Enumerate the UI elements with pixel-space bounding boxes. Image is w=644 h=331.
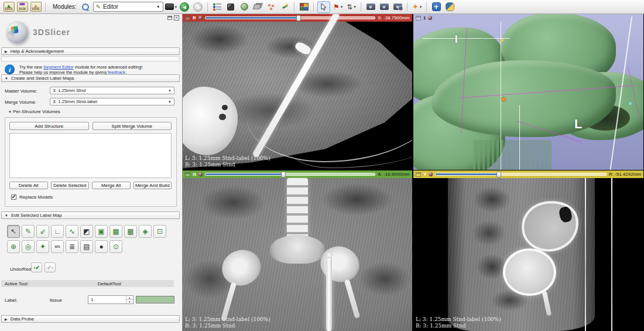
spin-up-icon[interactable]: ▲: [126, 296, 133, 300]
place-flag-icon: ⚑: [333, 4, 340, 11]
red-slice-image[interactable]: L: 3: 1.25mm Stnd-label (100%) B: 3: 1.2…: [183, 22, 412, 170]
replace-models-checkbox[interactable]: ✔: [11, 194, 16, 200]
dicom-button[interactable]: DCM: [16, 1, 28, 13]
python-icon: [446, 2, 454, 11]
yellow-slice-image[interactable]: L: 3: 1.25mm Stnd-label (100%) B: 3: 1.2…: [413, 178, 643, 331]
save-button[interactable]: SAVE: [30, 1, 42, 13]
paint-effect-button[interactable]: ✎: [22, 225, 35, 238]
merge-and-build-button[interactable]: Merge And Build: [133, 182, 172, 189]
delete-selected-button[interactable]: Delete Selected: [51, 182, 90, 189]
slider-handle[interactable]: [496, 172, 501, 178]
rectangle-effect-button[interactable]: ▣: [95, 225, 108, 238]
layout-selector-button[interactable]: [298, 1, 310, 13]
default-tool-button[interactable]: ↖: [7, 225, 20, 238]
info-text: Try the new Segment Editor module for mo…: [19, 64, 142, 75]
slider-fill: [436, 173, 498, 175]
layout-grid-icon: [300, 3, 309, 11]
slider-handle[interactable]: [281, 172, 286, 178]
add-structure-button[interactable]: Add Structure: [9, 122, 89, 130]
slice-link-icon[interactable]: [429, 172, 433, 176]
slice-intersection-line: [519, 105, 520, 170]
module-history-button[interactable]: [211, 1, 223, 13]
red-slice-slider[interactable]: [205, 16, 376, 19]
module-forward-button[interactable]: [192, 1, 204, 13]
grow-cut-effect-button[interactable]: ✦: [36, 240, 49, 253]
delete-all-button[interactable]: Delete All: [9, 182, 48, 189]
green-slice-image[interactable]: L: 3: 1.25mm Stnd-label (100%) B: 3: 1.2…: [183, 178, 412, 331]
python-console-button[interactable]: [444, 1, 455, 13]
erase-label-button[interactable]: ◩: [80, 225, 93, 238]
wand-effect-button[interactable]: ∿: [66, 225, 78, 238]
fiducials-button[interactable]: [265, 1, 277, 13]
mouse-interaction-button[interactable]: [317, 1, 330, 13]
undock-panel-icon[interactable]: [167, 16, 172, 20]
scene-view-restore-button[interactable]: [392, 1, 403, 13]
redo-button[interactable]: ✔›: [44, 262, 56, 272]
dilate-effect-button[interactable]: ▤: [80, 240, 93, 253]
ct-skin-line-2: [286, 139, 412, 169]
back-arrow-icon: [180, 2, 189, 12]
label-color-swatch[interactable]: [136, 296, 174, 303]
structures-list[interactable]: [9, 133, 172, 178]
slice-link-icon[interactable]: [198, 16, 203, 20]
slider-handle[interactable]: [296, 15, 301, 21]
change-label-effect-button[interactable]: ▩: [124, 225, 137, 238]
ct-spine-bone: [287, 178, 307, 239]
master-volume-select[interactable]: 3: 1.25mm Stnd ▼: [50, 87, 174, 94]
grow-seed-effect-button[interactable]: ●: [95, 240, 108, 253]
pixel-probe-effect-button[interactable]: ⊙: [109, 240, 122, 253]
load-data-button[interactable]: DATA: [3, 1, 15, 13]
transforms-button[interactable]: [252, 1, 263, 13]
spinbox-arrows[interactable]: ▲▼: [126, 296, 133, 303]
data-probe-section-header[interactable]: ▶ Data Probe: [1, 315, 180, 323]
threed-scene[interactable]: I L: [413, 22, 643, 170]
undo-button[interactable]: ‹✔: [31, 262, 42, 272]
level-tracing-effect-button[interactable]: ∟: [51, 225, 64, 238]
close-panel-icon[interactable]: ×: [174, 15, 179, 21]
annotations-button[interactable]: [279, 1, 290, 13]
mouse-place-button[interactable]: ⚑▾: [332, 1, 344, 13]
save-island-effect-button[interactable]: ◎: [22, 240, 35, 253]
create-select-section-label: Create and Select Label Maps: [11, 76, 74, 81]
merge-volume-select[interactable]: 3: 1.25mm Stnd-label ▼: [50, 98, 174, 105]
volume-rendering-button[interactable]: [225, 1, 237, 13]
yellow-slice-slider[interactable]: [435, 173, 607, 176]
screen-capture-button[interactable]: ▾: [165, 1, 177, 13]
merge-all-button[interactable]: Merge All: [92, 182, 131, 189]
extensions-button[interactable]: [430, 1, 442, 13]
scene-view-button[interactable]: [378, 1, 390, 13]
slice-menu-icon[interactable]: [185, 16, 190, 21]
label-value-spinbox[interactable]: 1 ▲▼: [88, 295, 133, 304]
watershed-effect-button[interactable]: WS: [51, 240, 64, 253]
view-pin-icon[interactable]: [428, 16, 432, 20]
change-island-effect-button[interactable]: ⊡: [153, 225, 166, 238]
remove-islands-effect-button[interactable]: ⊕: [7, 240, 20, 253]
slice-link-icon[interactable]: [198, 172, 203, 176]
scene-view-camera-icon: [380, 4, 389, 10]
module-back-button[interactable]: [179, 1, 190, 13]
module-selector[interactable]: ✎ Editor ▼: [93, 2, 163, 12]
create-select-section-header[interactable]: ▼ Create and Select Label Maps: [1, 74, 180, 82]
overlay-background-line: B: 3: 1.25mm Stnd: [185, 323, 270, 329]
fast-marching-effect-button[interactable]: ≣: [66, 240, 78, 253]
draw-effect-button[interactable]: ⇙: [36, 225, 49, 238]
module-search-button[interactable]: [80, 1, 91, 13]
green-slice-slider[interactable]: [205, 173, 375, 176]
screenshot-button[interactable]: [365, 1, 376, 13]
slice-menu-icon[interactable]: [416, 172, 421, 177]
view-menu-icon[interactable]: [416, 16, 421, 21]
segment-editor-link[interactable]: Segment Editor: [43, 64, 74, 70]
crosshair-button[interactable]: ✦▾: [411, 1, 423, 13]
models-button[interactable]: [238, 1, 250, 13]
main-toolbar: DATA DCM SAVE Modules: ✎ Editor ▼ ▾ ⚑▾ ⇅…: [0, 0, 644, 14]
slice-menu-icon[interactable]: [185, 172, 190, 177]
per-structure-header[interactable]: ▼ Per-Structure Volumes: [8, 109, 60, 114]
units-button[interactable]: ⇅▾: [345, 1, 357, 13]
split-merge-volume-button[interactable]: Split Merge Volume: [93, 122, 172, 130]
spin-down-icon[interactable]: ▼: [126, 300, 133, 303]
label-row: Label: tissue 1 ▲▼: [0, 295, 182, 305]
help-section-header[interactable]: ▶ Help & Acknowledgement: [1, 47, 180, 55]
threshold-effect-button[interactable]: ▦: [109, 225, 122, 238]
edit-section-header[interactable]: ▼ Edit Selected Label Map: [1, 211, 180, 219]
identify-islands-effect-button[interactable]: ◈: [139, 225, 152, 238]
